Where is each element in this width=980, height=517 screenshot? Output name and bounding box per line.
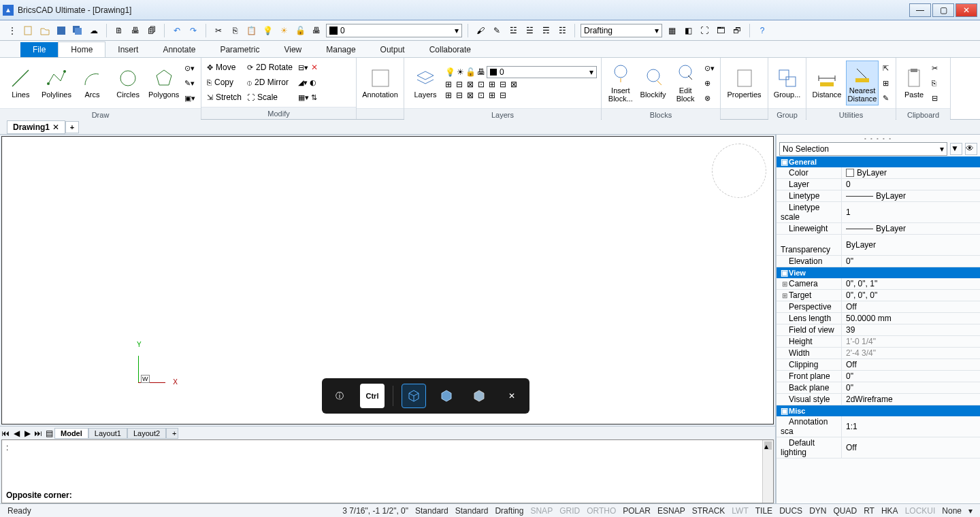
prop-row[interactable]: Elevation0" xyxy=(777,256,980,267)
lay8-icon[interactable]: ⊞ xyxy=(445,90,452,100)
popup-close-icon[interactable]: ✕ xyxy=(500,384,524,408)
copy-button[interactable]: ⎘ Copy xyxy=(206,76,243,89)
layout-first-icon[interactable]: ⏮ xyxy=(0,429,11,438)
status-toggle-grid[interactable]: GRID xyxy=(556,506,583,516)
tab-view[interactable]: View xyxy=(272,42,314,57)
grid-icon[interactable]: ▦ xyxy=(665,24,679,37)
popup-info-icon[interactable]: ⓘ xyxy=(327,384,352,408)
lay9-icon[interactable]: ⊟ xyxy=(456,90,463,100)
prop-row[interactable]: TransparencyByLayer xyxy=(777,235,980,256)
clip-extra-icon[interactable]: ⊟ xyxy=(930,91,939,105)
draw-extra3-icon[interactable]: ▣▾ xyxy=(183,91,197,105)
status-toggle-ortho[interactable]: ORTHO xyxy=(583,506,619,516)
array-icon[interactable]: ▦▾ ⇅ xyxy=(297,90,319,104)
paste-button[interactable]: Paste xyxy=(900,61,928,105)
edit-block-button[interactable]: Edit Block xyxy=(670,61,700,105)
prop-value[interactable]: 39 xyxy=(842,324,980,335)
prop-row[interactable]: Annotation sca1:1 xyxy=(777,416,980,437)
lay1-icon[interactable]: ⊞ xyxy=(445,80,452,89)
doc-tab-add[interactable]: + xyxy=(65,121,79,133)
prop-row[interactable]: ColorByLayer xyxy=(777,167,980,179)
prop-row[interactable]: LineweightByLayer xyxy=(777,223,980,235)
status-toggle-standard[interactable]: Standard xyxy=(452,506,492,516)
redo-icon[interactable]: ↷ xyxy=(186,24,200,37)
lines-button[interactable]: Lines xyxy=(4,61,37,105)
tool7-icon[interactable]: ⛶ xyxy=(698,24,711,37)
popup-cube3-icon[interactable] xyxy=(467,384,491,408)
filter-icon[interactable]: ▼ xyxy=(950,143,962,155)
distance-button[interactable]: Distance xyxy=(811,61,843,105)
print-preview-icon[interactable]: 🗎 xyxy=(112,24,126,37)
tab-annotate[interactable]: Annotate xyxy=(150,42,208,57)
layer-lock-icon[interactable]: 🔓 xyxy=(466,67,476,77)
prop-value[interactable]: 50.0000 mm xyxy=(842,313,980,324)
prop-value[interactable]: 0 xyxy=(842,179,980,190)
qat-layer-combo[interactable]: 0 ▾ xyxy=(326,24,462,37)
tool8-icon[interactable]: 🗔 xyxy=(714,24,728,37)
prop-row[interactable]: LinetypeByLayer xyxy=(777,190,980,202)
tab-output[interactable]: Output xyxy=(368,42,417,57)
prop-value[interactable]: 0" xyxy=(842,256,980,267)
tool5-icon[interactable]: ☴ xyxy=(539,24,553,37)
prop-row[interactable]: Linetype scale1 xyxy=(777,202,980,223)
selection-combo[interactable]: No Selection▾ xyxy=(779,142,947,156)
cloud-icon[interactable]: ☁ xyxy=(87,24,101,37)
status-dropdown-icon[interactable]: ▾ xyxy=(965,506,976,516)
status-toggle-rt[interactable]: RT xyxy=(860,506,878,516)
status-toggle-ducs[interactable]: DUCS xyxy=(776,506,806,516)
tab-file[interactable]: File xyxy=(20,42,58,57)
sun-icon[interactable]: ☀ xyxy=(277,24,291,37)
prop-value[interactable]: ByLayer xyxy=(842,223,980,234)
prop-value[interactable]: ByLayer xyxy=(842,167,980,178)
block-extra2-icon[interactable]: ⊕ xyxy=(703,76,716,90)
prop-row[interactable]: Default lightingOff xyxy=(777,437,980,458)
prop-row[interactable]: Back plane0" xyxy=(777,382,980,394)
maximize-button[interactable]: ▢ xyxy=(932,3,954,17)
doc-tab-drawing1[interactable]: Drawing1 ✕ xyxy=(7,120,65,134)
eye-icon[interactable]: 👁 xyxy=(965,143,977,155)
tool6-icon[interactable]: ☷ xyxy=(555,24,569,37)
tool9-icon[interactable]: 🗗 xyxy=(730,24,744,37)
prop-value[interactable]: 2dWireframe xyxy=(842,394,980,405)
status-toggle-drafting[interactable]: Drafting xyxy=(491,506,527,516)
block-extra1-icon[interactable]: ⊙▾ xyxy=(703,61,716,75)
status-toggle-hka[interactable]: HKA xyxy=(878,506,902,516)
prop-value[interactable]: 2'-4 3/4" xyxy=(842,348,980,358)
tab-collaborate[interactable]: Collaborate xyxy=(417,42,483,57)
prop-value[interactable]: Off xyxy=(842,301,980,312)
layers-button[interactable]: Layers xyxy=(408,61,442,105)
prop-value[interactable]: 0", 0", 1" xyxy=(842,278,980,289)
tab-manage[interactable]: Manage xyxy=(314,42,368,57)
qat-handle-icon[interactable]: ⋮ xyxy=(5,24,19,37)
lock-icon[interactable]: 🔓 xyxy=(293,24,307,37)
lay12-icon[interactable]: ⊞ xyxy=(489,90,495,100)
circles-button[interactable]: Circles xyxy=(112,61,145,105)
prop-row[interactable]: Height1'-0 1/4" xyxy=(777,336,980,348)
close-button[interactable]: ✕ xyxy=(956,3,977,17)
prop-row[interactable]: ClippingOff xyxy=(777,359,980,371)
prop-row[interactable]: ⊞Target0", 0", 0" xyxy=(777,290,980,301)
arcs-button[interactable]: Arcs xyxy=(76,61,109,105)
status-toggle-dyn[interactable]: DYN xyxy=(806,506,830,516)
minimize-button[interactable]: — xyxy=(909,3,931,17)
insert-block-button[interactable]: Insert Block... xyxy=(606,61,636,105)
status-toggle-esnap[interactable]: ESNAP xyxy=(654,506,689,516)
lay5-icon[interactable]: ⊞ xyxy=(489,80,495,89)
prop-row[interactable]: Layer0 xyxy=(777,179,980,190)
nearest-distance-button[interactable]: Nearest Distance xyxy=(846,61,879,105)
new-icon[interactable] xyxy=(22,24,35,37)
layer-sun-icon[interactable]: ☀ xyxy=(457,67,464,77)
layer-print-icon[interactable]: 🖶 xyxy=(477,67,485,77)
matchprop-icon[interactable]: 🖌 xyxy=(474,24,487,37)
prop-row[interactable]: ⊞Camera0", 0", 1" xyxy=(777,278,980,290)
status-toggle-snap[interactable]: SNAP xyxy=(527,506,556,516)
tab-insert[interactable]: Insert xyxy=(105,42,150,57)
cut-icon[interactable]: ✂ xyxy=(212,24,225,37)
status-toggle-lockui[interactable]: LOCKUI xyxy=(902,506,939,516)
drawing-canvas[interactable]: Y X W ⓘ Ctrl ✕ xyxy=(1,136,774,424)
prop-value[interactable]: 1'-0 1/4" xyxy=(842,336,980,347)
popup-cube2-icon[interactable] xyxy=(434,384,459,408)
command-window[interactable]: : Opposite corner: ▴ xyxy=(1,439,774,503)
util-extra1-icon[interactable]: ⇱ xyxy=(881,61,890,75)
clip-copy-icon[interactable]: ⎘ xyxy=(930,76,939,90)
